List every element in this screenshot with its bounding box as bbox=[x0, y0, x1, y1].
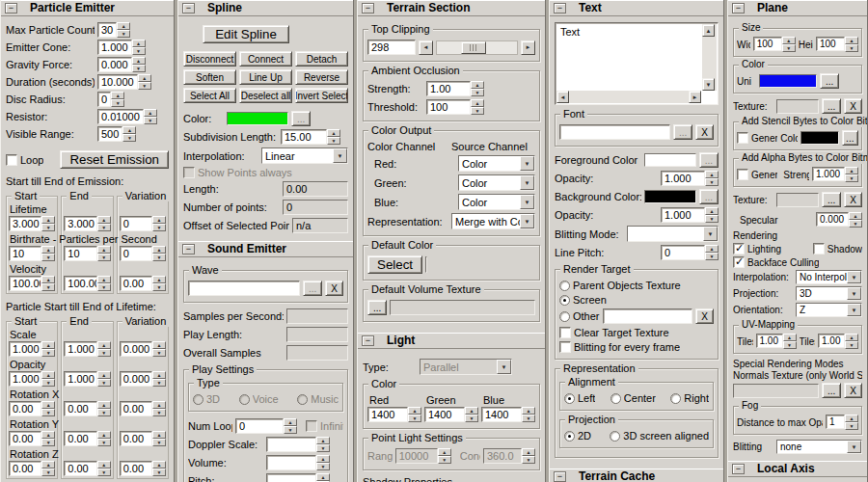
opacity-start-field[interactable]: 1.000 bbox=[9, 371, 55, 387]
wave-field[interactable] bbox=[188, 281, 300, 296]
plane-projection-dropdown[interactable]: 3D bbox=[796, 286, 862, 301]
lighting-checkbox[interactable] bbox=[733, 243, 745, 254]
uni-color-browse-button[interactable]: ... bbox=[820, 73, 839, 89]
normals-browse-button[interactable]: ... bbox=[822, 383, 841, 398]
blue-channel-dropdown[interactable]: Color bbox=[458, 194, 535, 210]
volume-field[interactable] bbox=[266, 455, 330, 470]
dropdown-arrow-icon[interactable] bbox=[520, 214, 534, 228]
rotation-z-end-field[interactable]: 0.00 bbox=[64, 461, 110, 476]
dropdown-arrow-icon[interactable] bbox=[333, 148, 347, 163]
edit-spline-button[interactable]: Edit Spline bbox=[203, 25, 289, 43]
texture2-clear-button[interactable]: X bbox=[844, 192, 862, 207]
text-content[interactable]: Text bbox=[560, 26, 580, 38]
max-particle-count-field[interactable]: 30 bbox=[97, 22, 130, 38]
uni-color-swatch[interactable] bbox=[759, 74, 817, 88]
representation-dropdown[interactable]: Merge with Color bbox=[451, 213, 535, 229]
spinner-icon[interactable] bbox=[408, 407, 421, 422]
plane-blitting-dropdown[interactable]: none bbox=[776, 440, 862, 454]
screen-radio[interactable] bbox=[559, 295, 570, 306]
pitch-field[interactable] bbox=[266, 473, 330, 482]
spinner-icon[interactable] bbox=[316, 455, 330, 470]
spinner-icon[interactable] bbox=[845, 415, 858, 430]
line-up-button[interactable]: Line Up bbox=[239, 69, 292, 85]
collapse-icon[interactable]: − bbox=[554, 3, 566, 13]
spinner-icon[interactable] bbox=[41, 246, 55, 261]
range-field[interactable]: 10000 bbox=[395, 448, 451, 464]
spinner-icon[interactable] bbox=[316, 437, 330, 452]
lifetime-end-field[interactable]: 3.000 bbox=[64, 216, 110, 231]
rotation-y-start-field[interactable]: 0.00 bbox=[9, 431, 55, 446]
collapse-icon[interactable]: − bbox=[362, 3, 374, 13]
spinner-icon[interactable] bbox=[97, 461, 111, 476]
scale-variation-field[interactable]: 0.000 bbox=[120, 341, 166, 357]
spinner-icon[interactable] bbox=[41, 216, 55, 231]
spinner-icon[interactable] bbox=[97, 216, 111, 231]
spinner-icon[interactable] bbox=[849, 212, 862, 228]
select-color-button[interactable]: Select bbox=[367, 255, 422, 274]
dropdown-arrow-icon[interactable] bbox=[520, 175, 534, 190]
spinner-icon[interactable] bbox=[41, 371, 55, 387]
spline-interpolation-dropdown[interactable]: Linear bbox=[261, 147, 348, 164]
shadow-checkbox[interactable] bbox=[813, 243, 825, 254]
dropdown-arrow-icon[interactable] bbox=[847, 441, 861, 453]
spinner-icon[interactable] bbox=[152, 401, 166, 416]
doppler-scale-field[interactable] bbox=[266, 437, 330, 452]
spinner-icon[interactable] bbox=[41, 341, 55, 357]
texture-field[interactable] bbox=[776, 99, 819, 114]
infinite-checkbox[interactable] bbox=[306, 420, 317, 432]
spinner-icon[interactable] bbox=[522, 407, 535, 422]
collapse-icon[interactable]: − bbox=[554, 471, 566, 482]
resistor-field[interactable]: 0.01000 bbox=[97, 109, 157, 124]
disc-radius-field[interactable]: 0 bbox=[97, 92, 124, 107]
dropdown-arrow-icon[interactable] bbox=[497, 360, 511, 374]
spinner-icon[interactable] bbox=[152, 341, 166, 357]
light-blue-field[interactable]: 1400 bbox=[481, 407, 535, 422]
tiles-u-field[interactable]: 1.00 bbox=[756, 334, 797, 349]
other-target-field[interactable] bbox=[603, 308, 693, 324]
stencil-generate-checkbox[interactable] bbox=[737, 132, 748, 144]
alpha-strength-field[interactable]: 1.000 bbox=[812, 167, 858, 182]
spinner-icon[interactable] bbox=[97, 371, 111, 387]
spinner-icon[interactable] bbox=[327, 129, 340, 145]
spinner-icon[interactable] bbox=[138, 74, 151, 90]
threshold-field[interactable]: 100 bbox=[426, 99, 484, 115]
fog-distance-field[interactable]: 1 bbox=[826, 415, 858, 430]
deselect-all-button[interactable]: Deselect all bbox=[239, 88, 292, 103]
spinner-icon[interactable] bbox=[97, 276, 111, 291]
spinner-icon[interactable] bbox=[845, 334, 858, 349]
spinner-icon[interactable] bbox=[117, 22, 130, 38]
collapse-icon[interactable]: − bbox=[732, 3, 745, 13]
vertical-scrollbar[interactable]: ▲▼ bbox=[702, 24, 717, 91]
opacity-end-field[interactable]: 1.000 bbox=[64, 371, 110, 387]
alpha-generate-checkbox[interactable] bbox=[737, 169, 748, 180]
other-radio[interactable] bbox=[559, 311, 570, 322]
cone-field[interactable]: 360.0 bbox=[483, 448, 535, 464]
height-field[interactable]: 100 bbox=[816, 37, 858, 52]
font-browse-button[interactable]: ... bbox=[673, 124, 692, 140]
subdivision-length-field[interactable]: 15.00 bbox=[281, 129, 340, 145]
detach-button[interactable]: Detach bbox=[295, 51, 348, 67]
scroll-right-icon[interactable]: ► bbox=[689, 91, 701, 103]
collapse-icon[interactable]: − bbox=[182, 3, 195, 13]
num-loops-field[interactable]: 0 bbox=[235, 418, 297, 434]
spinner-icon[interactable] bbox=[782, 37, 796, 52]
backface-culling-checkbox[interactable] bbox=[733, 256, 745, 268]
normals-texture-field[interactable] bbox=[733, 384, 819, 398]
spinner-icon[interactable] bbox=[705, 207, 719, 223]
lifetime-start-field[interactable]: 3.000 bbox=[9, 216, 55, 231]
spline-color-swatch[interactable] bbox=[227, 112, 288, 125]
scroll-up-icon[interactable]: ▲ bbox=[702, 24, 715, 37]
select-all-button[interactable]: Select All bbox=[183, 88, 236, 103]
spinner-icon[interactable] bbox=[132, 57, 146, 72]
texture2-browse-button[interactable]: ... bbox=[822, 192, 841, 207]
bg-opacity-field[interactable]: 1.000 bbox=[661, 207, 719, 223]
spinner-icon[interactable] bbox=[111, 92, 124, 107]
spinner-icon[interactable] bbox=[97, 401, 111, 416]
spinner-icon[interactable] bbox=[522, 448, 535, 464]
align-left-radio[interactable] bbox=[564, 393, 575, 404]
spinner-icon[interactable] bbox=[316, 473, 330, 482]
type-3d-radio[interactable] bbox=[193, 394, 203, 405]
volume-texture-browse-button[interactable]: ... bbox=[367, 300, 387, 315]
clear-target-texture-checkbox[interactable] bbox=[559, 327, 571, 338]
spinner-icon[interactable] bbox=[41, 461, 55, 476]
